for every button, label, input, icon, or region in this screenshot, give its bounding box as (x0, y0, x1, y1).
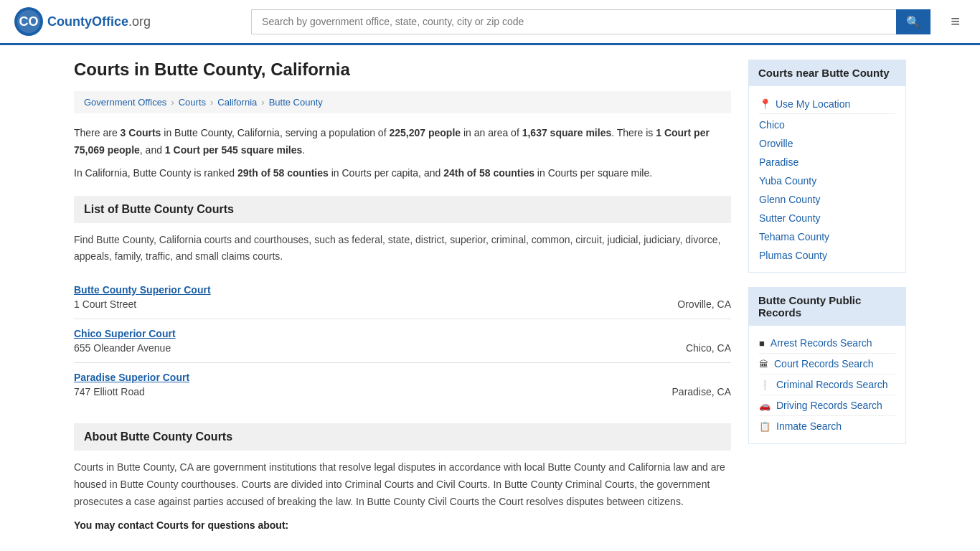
court-records-link[interactable]: Court Records Search (774, 358, 874, 369)
inmate-search-link[interactable]: Inmate Search (776, 420, 842, 432)
use-my-location-item: 📍 Use My Location (759, 93, 895, 114)
sidebar-arrest-records: ■ Arrest Records Search (759, 333, 895, 354)
left-column: Courts in Butte County, California Gover… (74, 60, 731, 531)
sidebar-link-tehama-county: Tehama County (759, 227, 895, 246)
stats-population: 225,207 people (389, 127, 461, 138)
breadcrumb-sep-1: › (171, 97, 174, 108)
rank-capita: 29th of 58 counties (237, 167, 329, 179)
main-content: Courts in Butte County, California Gover… (60, 45, 920, 545)
sidebar-criminal-records: ❕ Criminal Records Search (759, 375, 895, 395)
driving-records-link[interactable]: Driving Records Search (776, 400, 882, 411)
rank-mid: in Courts per capita, and (329, 167, 443, 179)
courts-near-body: 📍 Use My Location Chico Oroville Paradis… (748, 86, 906, 273)
logo-icon: CO (14, 7, 43, 36)
courts-near-header: Courts near Butte County (748, 60, 906, 86)
sidebar-link-glenn-county: Glenn County (759, 190, 895, 209)
search-icon: 🔍 (906, 16, 920, 28)
court-records-icon: 🏛 (759, 359, 768, 369)
hamburger-icon: ≡ (951, 12, 960, 30)
breadcrumb-sep-3: › (261, 97, 264, 108)
sidebar-court-records: 🏛 Court Records Search (759, 354, 895, 375)
court-address-2: 747 Elliott Road (74, 386, 145, 397)
court-city-2: Paradise, CA (672, 386, 731, 397)
court-city-0: Oroville, CA (677, 298, 731, 310)
use-my-location-link[interactable]: Use My Location (776, 98, 850, 110)
search-bar: 🔍 (251, 9, 930, 34)
criminal-records-link[interactable]: Criminal Records Search (776, 379, 888, 390)
arrest-records-link[interactable]: Arrest Records Search (771, 337, 872, 349)
stats-per1: . There is (611, 127, 656, 138)
site-header: CO CountyOffice.org 🔍 ≡ (0, 0, 980, 45)
sidebar-link-chico: Chico (759, 116, 895, 134)
about-section: About Butte County Courts Courts in Butt… (74, 423, 731, 530)
public-records-header: Butte County Public Records (748, 287, 906, 326)
location-pin-icon: 📍 (759, 98, 771, 110)
sidebar-link-oroville: Oroville (759, 134, 895, 153)
stats-in-text: in Butte County, California, serving a p… (161, 127, 389, 138)
site-logo[interactable]: CO CountyOffice.org (14, 7, 151, 36)
breadcrumb-gov-offices[interactable]: Government Offices (84, 97, 166, 108)
sidebar-link-yuba-county: Yuba County (759, 171, 895, 190)
inmate-search-icon: 📋 (759, 421, 771, 432)
page-title: Courts in Butte County, California (74, 60, 731, 80)
driving-records-icon: 🚗 (759, 400, 771, 411)
sidebar-link-sutter-county: Sutter County (759, 209, 895, 227)
breadcrumb-california[interactable]: California (217, 97, 257, 108)
public-records-section: Butte County Public Records ■ Arrest Rec… (748, 287, 906, 444)
sidebar-inmate-search: 📋 Inmate Search (759, 416, 895, 436)
about-paragraph: Courts in Butte County, CA are governmen… (74, 459, 731, 510)
stats-and: , and (140, 144, 165, 156)
sidebar-driving-records: 🚗 Driving Records Search (759, 395, 895, 416)
court-item-0: Butte County Superior Court 1 Court Stre… (74, 276, 731, 319)
rank-end: in Courts per square mile. (534, 167, 652, 179)
breadcrumb-courts[interactable]: Courts (179, 97, 206, 108)
search-button[interactable]: 🔍 (896, 9, 930, 34)
courts-near-section: Courts near Butte County 📍 Use My Locati… (748, 60, 906, 273)
svg-text:CO: CO (19, 14, 39, 29)
stats-end: . (302, 144, 305, 156)
arrest-records-icon: ■ (759, 338, 765, 349)
search-input[interactable] (251, 9, 896, 34)
criminal-records-icon: ❕ (759, 380, 771, 390)
sidebar-link-plumas-county: Plumas County (759, 246, 895, 265)
right-sidebar: Courts near Butte County 📍 Use My Locati… (748, 60, 906, 531)
courts-list-desc: Find Butte County, California courts and… (74, 232, 731, 264)
court-name-0[interactable]: Butte County Superior Court (74, 284, 731, 296)
stats-area-text: in an area of (461, 127, 522, 138)
rank-area: 24th of 58 counties (443, 167, 534, 179)
breadcrumb-butte-county[interactable]: Butte County (269, 97, 323, 108)
court-name-2[interactable]: Paradise Superior Court (74, 372, 731, 383)
stats-area: 1,637 square miles (522, 127, 612, 138)
logo-text: CountyOffice.org (47, 14, 151, 29)
breadcrumb: Government Offices › Courts › California… (74, 91, 731, 113)
stats-section: There are 3 Courts in Butte County, Cali… (74, 125, 731, 182)
court-address-0: 1 Court Street (74, 298, 136, 310)
court-city-1: Chico, CA (686, 342, 731, 354)
courts-count: 3 Courts (121, 127, 161, 138)
stats-intro: There are (74, 127, 121, 138)
courts-list-header: List of Butte County Courts (74, 196, 731, 223)
sidebar-link-paradise: Paradise (759, 153, 895, 171)
court-item-2: Paradise Superior Court 747 Elliott Road… (74, 363, 731, 406)
breadcrumb-sep-2: › (210, 97, 213, 108)
court-item-1: Chico Superior Court 655 Oleander Avenue… (74, 319, 731, 363)
stats-per-area: 1 Court per 545 square miles (165, 144, 302, 156)
public-records-body: ■ Arrest Records Search 🏛 Court Records … (748, 326, 906, 444)
rank-intro: In California, Butte County is ranked (74, 167, 237, 179)
courts-list: Butte County Superior Court 1 Court Stre… (74, 276, 731, 406)
about-section-header: About Butte County Courts (74, 423, 731, 451)
court-address-1: 655 Oleander Avenue (74, 342, 171, 354)
about-bold: You may contact Courts for questions abo… (74, 519, 731, 531)
court-name-1[interactable]: Chico Superior Court (74, 328, 731, 339)
menu-button[interactable]: ≡ (945, 9, 966, 34)
